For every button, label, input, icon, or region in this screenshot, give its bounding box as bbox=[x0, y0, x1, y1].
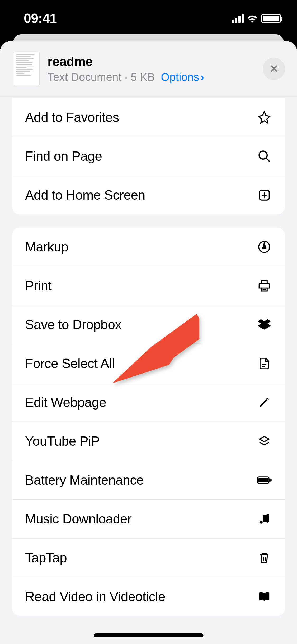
document-thumbnail bbox=[13, 52, 40, 86]
action-label: Print bbox=[25, 278, 51, 293]
music-icon bbox=[257, 511, 272, 527]
action-label: Add to Favorites bbox=[25, 110, 119, 125]
document-title: readme bbox=[48, 54, 255, 69]
action-markup[interactable]: Markup bbox=[12, 228, 285, 266]
close-button[interactable] bbox=[263, 58, 285, 80]
action-label: YouTube PiP bbox=[25, 434, 100, 449]
star-icon bbox=[257, 110, 272, 125]
action-taptap[interactable]: TapTap bbox=[12, 538, 285, 577]
share-sheet-header: readme Text Document · 5 KB Options› bbox=[0, 41, 297, 97]
status-icons bbox=[232, 14, 281, 23]
search-icon bbox=[257, 149, 272, 164]
dropbox-icon bbox=[257, 317, 272, 332]
chevron-right-icon: › bbox=[200, 71, 204, 84]
plus-square-icon bbox=[257, 187, 272, 203]
book-icon bbox=[257, 589, 272, 604]
action-label: Save to Dropbox bbox=[25, 317, 121, 332]
wifi-icon bbox=[247, 14, 258, 23]
action-add-favorites[interactable]: Add to Favorites bbox=[12, 98, 285, 137]
action-save-dropbox[interactable]: Save to Dropbox bbox=[12, 305, 285, 344]
action-label: Battery Maintenance bbox=[25, 472, 144, 488]
action-force-select-all[interactable]: Force Select All bbox=[12, 344, 285, 383]
action-edit-webpage[interactable]: Edit Webpage bbox=[12, 383, 285, 422]
actions-list[interactable]: Add to FavoritesFind on PageAdd to Home … bbox=[0, 97, 297, 616]
layers-icon bbox=[257, 434, 272, 449]
close-icon bbox=[269, 64, 279, 74]
action-music-downloader[interactable]: Music Downloader bbox=[12, 499, 285, 538]
action-read-videoticle[interactable]: Read Video in Videoticle bbox=[12, 577, 285, 616]
action-label: Read Video in Videoticle bbox=[25, 589, 165, 604]
action-label: Music Downloader bbox=[25, 511, 131, 527]
action-label: Add to Home Screen bbox=[25, 187, 145, 203]
print-icon bbox=[257, 278, 272, 293]
battery-icon bbox=[261, 14, 281, 23]
action-label: Markup bbox=[25, 239, 68, 255]
action-youtube-pip[interactable]: YouTube PiP bbox=[12, 422, 285, 461]
home-indicator bbox=[94, 633, 203, 637]
trash-icon bbox=[257, 550, 272, 565]
action-find-on-page[interactable]: Find on Page bbox=[12, 137, 285, 176]
pencil-icon bbox=[257, 395, 272, 410]
svg-rect-5 bbox=[270, 479, 271, 481]
battery-icon bbox=[257, 472, 272, 488]
share-sheet: readme Text Document · 5 KB Options› Add… bbox=[0, 41, 297, 644]
action-section: MarkupPrintSave to DropboxForce Select A… bbox=[12, 228, 285, 616]
markup-icon bbox=[257, 239, 272, 255]
document-meta: Text Document · 5 KB Options› bbox=[48, 71, 255, 84]
action-print[interactable]: Print bbox=[12, 266, 285, 305]
doc-icon bbox=[257, 356, 272, 371]
action-label: Edit Webpage bbox=[25, 395, 106, 410]
status-bar: 09:41 bbox=[0, 0, 297, 37]
action-add-home-screen[interactable]: Add to Home Screen bbox=[12, 176, 285, 214]
options-button[interactable]: Options› bbox=[161, 71, 204, 83]
svg-rect-4 bbox=[259, 478, 268, 482]
action-label: Force Select All bbox=[25, 356, 115, 371]
status-time: 09:41 bbox=[24, 11, 57, 26]
action-section: Add to FavoritesFind on PageAdd to Home … bbox=[12, 98, 285, 214]
cellular-signal-icon bbox=[232, 14, 244, 23]
action-battery-maintenance[interactable]: Battery Maintenance bbox=[12, 461, 285, 499]
action-label: TapTap bbox=[25, 550, 67, 565]
action-label: Find on Page bbox=[25, 149, 102, 164]
